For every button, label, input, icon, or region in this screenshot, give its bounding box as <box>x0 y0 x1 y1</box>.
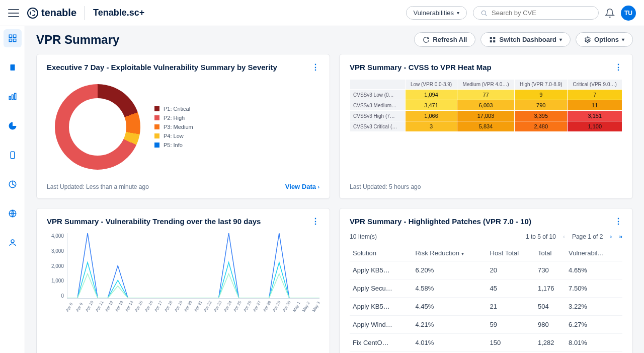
card-heatmap: VPR Summary - CVSS to VPR Heat Map ⋮ Low… <box>339 54 633 199</box>
card-menu-icon[interactable]: ⋮ <box>614 217 622 226</box>
svg-line-1 <box>486 14 487 16</box>
sidebar-item-file[interactable] <box>4 58 22 77</box>
svg-rect-3 <box>13 35 16 37</box>
svg-rect-15 <box>494 37 496 39</box>
svg-rect-2 <box>9 35 12 37</box>
items-count: 10 Item(s) <box>350 233 377 240</box>
card-patches: VPR Summary - Highlighted Patches (VPR 7… <box>339 208 633 353</box>
chevron-down-icon: ▾ <box>457 10 459 16</box>
table-row[interactable]: Fix CentO…4.01%1501,2828.01% <box>350 334 622 352</box>
scope-label: Vulnerabilities <box>414 9 454 17</box>
sidebar <box>0 26 25 353</box>
top-bar: tenable Tenable.sc+ Vulnerabilities ▾ TU <box>0 0 644 26</box>
svg-rect-7 <box>9 96 11 99</box>
svg-rect-14 <box>490 37 492 39</box>
page-prev-button[interactable]: ‹ <box>563 233 565 240</box>
notifications-icon[interactable] <box>605 8 615 18</box>
table-row[interactable]: Apply Secu…4.58%451,1767.50% <box>350 279 622 298</box>
svg-point-13 <box>11 240 14 243</box>
svg-rect-16 <box>490 40 492 42</box>
page-label: Page 1 of 2 <box>572 233 603 240</box>
svg-rect-6 <box>10 64 15 70</box>
patches-table: SolutionRisk Reduction ▾Host TotalTotalV… <box>350 245 622 352</box>
svg-rect-17 <box>494 40 496 42</box>
trending-line-chart: 4,0003,0002,0001,0000 Apr 8Apr 9Apr 10Ap… <box>47 233 319 309</box>
chevron-down-icon: ▾ <box>622 37 624 42</box>
view-data-link[interactable]: View Data › <box>285 183 319 190</box>
refresh-all-button[interactable]: Refresh All <box>414 32 475 47</box>
table-row[interactable]: Apply KB5…6.20%207304.65% <box>350 261 622 279</box>
divider <box>85 6 85 20</box>
sidebar-item-user[interactable] <box>4 234 22 252</box>
menu-icon[interactable] <box>8 9 19 17</box>
svg-rect-5 <box>9 39 12 42</box>
heatmap-table: Low (VPR 0.0-3.9)Medium (VPR 4.0…)High (… <box>350 79 622 132</box>
brand-logo[interactable]: tenable <box>27 7 76 19</box>
card-exec-7day: Executive 7 Day - Exploitable Vulnerabil… <box>36 54 330 199</box>
card-trending: VPR Summary - Vulnerability Trending ove… <box>36 208 330 353</box>
product-name[interactable]: Tenable.sc+ <box>93 8 144 18</box>
sidebar-item-dashboard[interactable] <box>4 29 22 47</box>
table-row[interactable]: Apply Wind…4.21%599806.27% <box>350 316 622 334</box>
brand-text: tenable <box>41 7 76 19</box>
gear-icon <box>584 36 591 43</box>
search-input[interactable] <box>492 9 591 17</box>
search-box[interactable] <box>473 6 599 20</box>
sidebar-item-globe[interactable] <box>4 204 22 223</box>
severity-donut-chart <box>55 84 140 170</box>
card-menu-icon[interactable]: ⋮ <box>311 217 319 226</box>
svg-point-0 <box>481 11 486 15</box>
donut-legend: P1: CriticalP2: HighP3: MediumP4: LowP5:… <box>154 106 193 148</box>
tenable-logo-icon <box>27 8 38 19</box>
page-title: VPR Summary <box>36 33 119 47</box>
svg-rect-9 <box>14 93 16 99</box>
refresh-icon <box>423 36 430 43</box>
search-icon <box>480 10 488 17</box>
svg-point-18 <box>587 39 589 41</box>
card-title: Executive 7 Day - Exploitable Vulnerabil… <box>47 63 277 72</box>
svg-rect-10 <box>11 152 15 159</box>
sidebar-item-assets[interactable] <box>4 88 22 106</box>
card-title: VPR Summary - Vulnerability Trending ove… <box>47 217 261 226</box>
sidebar-item-scan[interactable] <box>4 175 22 193</box>
options-button[interactable]: Options ▾ <box>576 32 633 47</box>
range-label: 1 to 5 of 10 <box>526 233 556 240</box>
sidebar-item-analytics[interactable] <box>4 117 22 135</box>
card-menu-icon[interactable]: ⋮ <box>311 62 319 72</box>
svg-rect-4 <box>13 39 16 42</box>
page-next-button[interactable]: › <box>610 233 612 240</box>
sidebar-item-device[interactable] <box>4 146 22 164</box>
grid-icon <box>489 36 496 43</box>
svg-rect-8 <box>12 95 13 99</box>
switch-dashboard-button[interactable]: Switch Dashboard ▾ <box>480 32 570 47</box>
avatar[interactable]: TU <box>621 6 636 21</box>
chevron-down-icon: ▾ <box>559 37 562 42</box>
page-header: VPR Summary Refresh All Switch Dashboard… <box>36 32 633 47</box>
scope-selector[interactable]: Vulnerabilities ▾ <box>406 6 467 20</box>
last-updated: Last Updated: Less than a minute ago <box>47 183 149 190</box>
card-title: VPR Summary - CVSS to VPR Heat Map <box>350 63 492 72</box>
table-row[interactable]: Apply KB5…4.45%215043.22% <box>350 298 622 316</box>
card-menu-icon[interactable]: ⋮ <box>614 62 622 72</box>
page-last-button[interactable]: » <box>619 233 622 240</box>
card-title: VPR Summary - Highlighted Patches (VPR 7… <box>350 217 531 226</box>
last-updated: Last Updated: 5 hours ago <box>350 163 622 190</box>
